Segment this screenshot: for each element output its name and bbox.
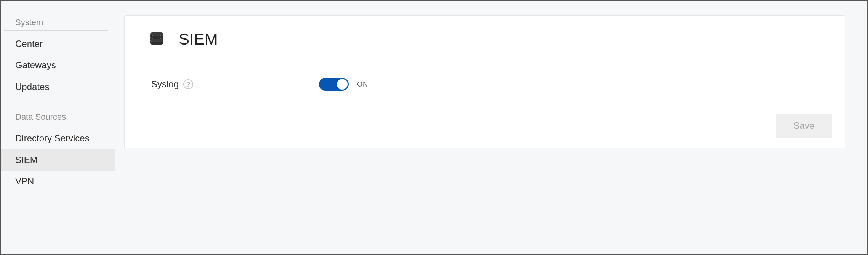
sidebar-item-directory-services[interactable]: Directory Services [1, 128, 115, 149]
panel-body: Syslog ? ON Save [125, 64, 845, 148]
svg-point-0 [150, 32, 163, 36]
main-content: SIEM Syslog ? ON Save [115, 1, 858, 254]
sidebar-item-vpn[interactable]: VPN [1, 171, 115, 192]
panel-header: SIEM [125, 16, 845, 64]
sidebar-section-data-sources: Data Sources [4, 110, 108, 125]
sidebar: System Center Gateways Updates Data Sour… [1, 1, 115, 254]
settings-panel: SIEM Syslog ? ON Save [124, 15, 845, 148]
syslog-toggle-wrap: ON [319, 78, 368, 91]
sidebar-item-updates[interactable]: Updates [1, 76, 115, 98]
syslog-label: Syslog [151, 79, 179, 90]
toggle-knob [337, 79, 348, 90]
database-icon [147, 30, 166, 48]
setting-label-wrap: Syslog ? [151, 79, 319, 90]
setting-row-syslog: Syslog ? ON [151, 78, 822, 91]
help-icon[interactable]: ? [183, 79, 193, 89]
syslog-toggle-state: ON [357, 80, 368, 88]
sidebar-item-center[interactable]: Center [1, 33, 115, 55]
scrollbar-gutter[interactable] [858, 1, 867, 254]
syslog-toggle[interactable] [319, 78, 349, 91]
save-button[interactable]: Save [776, 114, 832, 138]
app-frame: System Center Gateways Updates Data Sour… [0, 0, 868, 255]
sidebar-item-gateways[interactable]: Gateways [1, 55, 115, 76]
sidebar-section-system: System [4, 15, 108, 31]
sidebar-item-siem[interactable]: SIEM [1, 149, 115, 171]
page-title: SIEM [179, 30, 218, 48]
